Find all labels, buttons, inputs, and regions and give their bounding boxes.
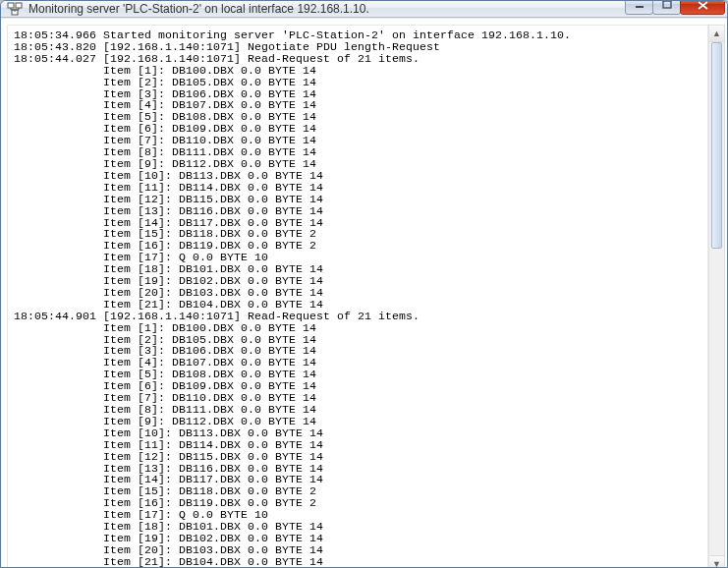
maximize-button[interactable] xyxy=(652,0,681,15)
minimize-icon xyxy=(635,1,644,9)
svg-rect-1 xyxy=(16,3,22,8)
client-area: 18:05:34.966 Started monitoring server '… xyxy=(1,18,727,568)
vertical-scrollbar[interactable]: ▲ ▼ xyxy=(708,25,725,568)
scroll-track[interactable] xyxy=(709,42,724,555)
app-icon xyxy=(7,1,23,17)
close-button[interactable] xyxy=(680,0,725,15)
minimize-button[interactable] xyxy=(625,0,653,15)
window-controls xyxy=(626,0,725,15)
close-icon xyxy=(698,1,708,10)
svg-rect-3 xyxy=(636,6,644,8)
log-container: 18:05:34.966 Started monitoring server '… xyxy=(7,25,708,568)
maximize-icon xyxy=(662,1,672,9)
log-output[interactable]: 18:05:34.966 Started monitoring server '… xyxy=(8,26,707,568)
svg-rect-0 xyxy=(8,3,14,8)
scroll-up-arrow[interactable]: ▲ xyxy=(709,26,724,42)
window-title: Monitoring server 'PLC-Station-2' on loc… xyxy=(28,2,626,16)
scroll-thumb[interactable] xyxy=(711,42,722,249)
titlebar[interactable]: Monitoring server 'PLC-Station-2' on loc… xyxy=(1,1,727,18)
app-window: Monitoring server 'PLC-Station-2' on loc… xyxy=(0,0,728,568)
svg-rect-4 xyxy=(663,1,671,8)
scroll-down-arrow[interactable]: ▼ xyxy=(709,555,724,568)
